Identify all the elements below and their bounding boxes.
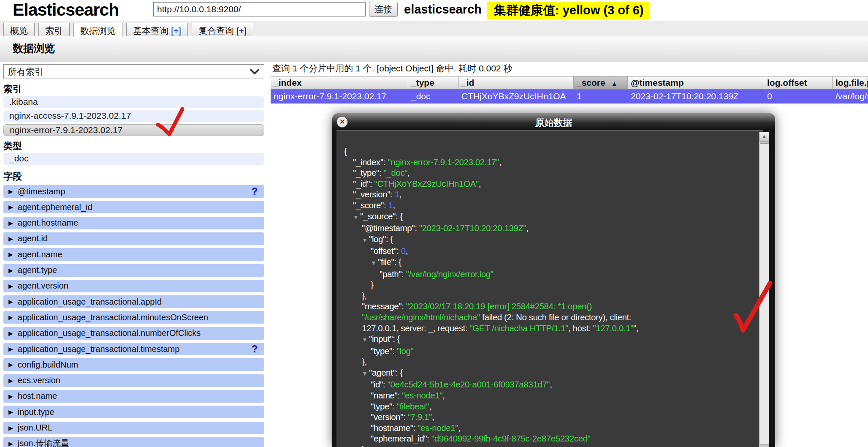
field-item[interactable]: ▶application_usage_transactional.numberO… [3,327,264,340]
json-line: "id": "0e4c5d24-5b1e-4e20-a001-6f0937a83… [336,379,763,390]
field-item[interactable]: ▶agent.id [3,232,264,245]
expand-arrow-icon[interactable]: ▶ [8,235,13,242]
expand-arrow-icon[interactable]: ▶ [8,267,13,274]
expand-arrow-icon[interactable]: ▶ [8,314,13,321]
url-input[interactable] [153,2,366,16]
expand-arrow-icon[interactable]: ▶ [8,220,13,226]
field-item[interactable]: ▶ecs.version [3,374,264,387]
json-line: }, [336,444,763,447]
expand-arrow-icon[interactable]: ▶ [8,409,13,415]
tab-basic-query[interactable]: 基本查询[+] [126,23,188,36]
modal-scrollbar[interactable]: ▲ [759,132,769,447]
field-item[interactable]: ▶config.buildNum [3,358,264,371]
json-line: "ephemeral_id": "d9640992-99fb-4c9f-875c… [336,433,763,444]
scrollbar-thumb[interactable] [759,143,769,445]
tab-new-icon[interactable]: [+] [171,26,181,35]
json-token: "7.9.1" [408,412,432,422]
field-item[interactable]: ▶json.传输流量 [3,437,264,447]
tab-indices[interactable]: 索引 [38,23,70,36]
expand-arrow-icon[interactable]: ▶ [8,425,13,431]
json-token: : [397,390,402,400]
field-item[interactable]: ▶input.type [3,406,264,418]
column-header[interactable]: log.file.path [833,76,868,89]
field-item[interactable]: ▶application_usage_transactional.appId [3,295,264,308]
expand-arrow-icon[interactable]: ▶ [8,393,13,400]
tab-label: 索引 [45,26,63,35]
json-token: , [406,246,408,256]
json-token: "input" [369,334,393,343]
json-token: : [383,379,388,389]
field-item[interactable]: ▶agent.type [3,264,264,277]
expand-arrow-icon[interactable]: ▶ [8,204,13,210]
chevron-down-icon [250,69,260,75]
json-token: "nginx-error-7.9.1-2023.02.17" [388,157,499,167]
field-item[interactable]: ▶agent.version [3,280,264,292]
field-item[interactable]: ▶host.name [3,390,264,403]
json-token: : [384,200,388,210]
result-row[interactable]: nginx-error-7.9.1-2023.02.17_docCTHjXoYB… [271,90,868,104]
collapse-triangle-icon[interactable]: ▼ [362,368,369,379]
column-header[interactable]: _score▲ [574,76,628,89]
column-header[interactable]: log.offset [764,76,833,89]
connect-button[interactable]: 连接 [369,2,398,17]
json-token: "_source" [360,211,396,221]
expand-arrow-icon[interactable]: ▶ [8,346,13,352]
query-summary: 查询 1 个分片中用的 1 个. [object Object] 命中. 耗时 … [272,63,512,74]
json-line: "type": "log" [336,346,763,357]
field-name: input.type [18,407,54,417]
json-token: "agent" [369,368,396,377]
field-name: application_usage_transactional.numberOf… [18,328,201,338]
expand-arrow-icon[interactable]: ▶ [8,330,13,337]
field-item[interactable]: ▶@timestamp? [3,185,264,198]
json-line: ▼"input": { [336,333,763,346]
expand-arrow-icon[interactable]: ▶ [8,377,13,384]
tab-data-browser[interactable]: 数据浏览 [73,23,122,37]
tab-label: 复合查询 [198,26,234,35]
json-token: "0e4c5d24-5b1e-4e20-a001-6f0937a831d7" [388,379,550,389]
column-label: _index [274,78,302,87]
index-item[interactable]: nginx-error-7.9.1-2023.02.17 [3,124,264,136]
expand-arrow-icon[interactable]: ▶ [8,251,13,258]
json-line: "name": "es-node1", [336,390,763,401]
column-header[interactable]: @timestamp [628,76,764,89]
close-icon[interactable]: ✕ [336,116,348,128]
json-token: , [429,401,431,411]
column-header[interactable]: _index [271,76,408,89]
collapse-triangle-icon[interactable]: ▼ [353,212,360,223]
json-token: : [370,179,374,188]
expand-arrow-icon[interactable]: ▶ [8,283,13,289]
json-token: : { [393,334,400,343]
index-filter-select[interactable]: 所有索引 [3,64,264,79]
modal-titlebar[interactable]: 原始数据 ✕ [332,113,775,130]
expand-arrow-icon[interactable]: ▶ [8,440,13,447]
field-name: agent.id [18,234,48,243]
column-header[interactable]: _type [408,76,458,89]
column-header[interactable]: _id [458,76,574,89]
tab-compound-query[interactable]: 复合查询[+] [192,23,253,36]
tab-overview[interactable]: 概览 [3,23,35,36]
field-item[interactable]: ▶agent.name [3,248,264,261]
index-item[interactable]: nginx-access-7.9.1-2023.02.17 [3,110,264,122]
field-item[interactable]: ▶application_usage_transactional.timesta… [3,343,264,355]
json-token: : { [396,368,403,377]
json-token: 127.0.0.1, server: _, request: [362,323,469,333]
expand-arrow-icon[interactable]: ▶ [8,298,13,305]
collapse-triangle-icon[interactable]: ▼ [362,235,369,246]
type-item[interactable]: _doc [3,153,264,165]
index-item[interactable]: .kibana [3,96,264,108]
collapse-triangle-icon[interactable]: ▼ [362,335,369,346]
collapse-triangle-icon[interactable]: ▼ [371,258,378,269]
field-item[interactable]: ▶application_usage_transactional.minutes… [3,311,264,324]
field-item[interactable]: ▶agent.ephemeral_id [3,201,264,213]
field-help-icon[interactable]: ? [252,343,258,355]
field-item[interactable]: ▶json.URL [3,422,264,434]
json-token: 1 [395,189,399,199]
field-help-icon[interactable]: ? [252,186,258,197]
scroll-up-icon[interactable]: ▲ [759,132,769,142]
expand-arrow-icon[interactable]: ▶ [8,361,13,368]
json-token: , [442,390,445,400]
tab-new-icon[interactable]: [+] [236,26,247,35]
field-item[interactable]: ▶agent.hostname [3,217,264,229]
json-line: "hostname": "es-node1", [336,422,763,433]
expand-arrow-icon[interactable]: ▶ [8,188,13,195]
